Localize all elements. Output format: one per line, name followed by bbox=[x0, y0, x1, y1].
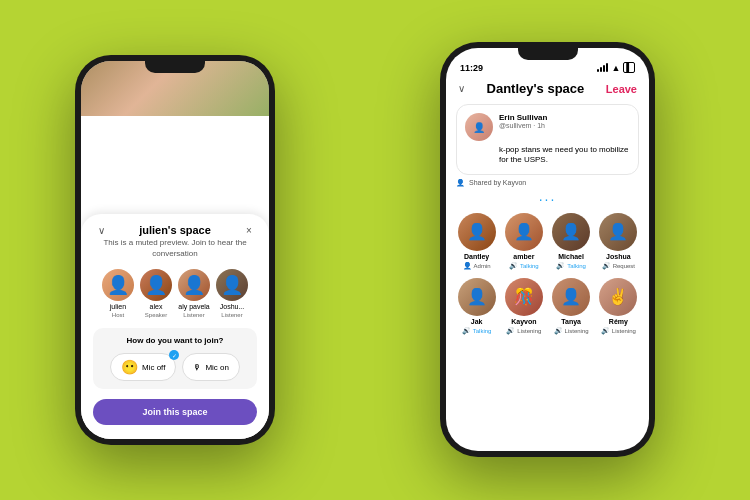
right-phone: 11:29 ▲ ▌ ∨ Dantley's space Leave 👤 bbox=[440, 42, 655, 457]
participant-dantley: 👤 Dantley 👤 Admin bbox=[456, 213, 497, 270]
amber-status-icon: 🔊 bbox=[509, 262, 518, 270]
speaker-name-aly: aly pavela bbox=[178, 303, 210, 310]
join-space-button[interactable]: Join this space bbox=[93, 399, 257, 425]
dantley-status: 👤 Admin bbox=[463, 262, 491, 270]
bar1 bbox=[597, 69, 599, 72]
speaker-role-julien: Host bbox=[112, 312, 124, 318]
tweet-top: 👤 Erin Sullivan @sullivem · 1h bbox=[465, 113, 630, 141]
kayvon-status: 🔊 Listening bbox=[506, 327, 541, 335]
bar3 bbox=[603, 65, 605, 72]
left-phone-screen: ∨ julien's space × This is a muted previ… bbox=[81, 61, 269, 439]
speaker-julien: 👤 julien Host bbox=[102, 269, 134, 318]
joshua-avatar: 👤 bbox=[599, 213, 637, 251]
shared-by: 👤 Shared by Kayvon bbox=[456, 179, 639, 187]
michael-status-text: Talking bbox=[567, 263, 586, 269]
amber-name: amber bbox=[513, 253, 534, 260]
tweet-avatar: 👤 bbox=[465, 113, 493, 141]
kayvon-name: Kayvon bbox=[511, 318, 536, 325]
speaker-joshu: 👤 Joshu... Listener bbox=[216, 269, 248, 318]
kayvon-status-icon: 🔊 bbox=[506, 327, 515, 335]
bar4 bbox=[606, 63, 608, 72]
remy-status-icon: 🔊 bbox=[601, 327, 610, 335]
join-question: How do you want to join? bbox=[103, 336, 247, 345]
speaker-role-aly: Listener bbox=[183, 312, 204, 318]
avatar-aly: 👤 bbox=[178, 269, 210, 301]
wifi-icon: ▲ bbox=[611, 63, 620, 73]
left-modal: ∨ julien's space × This is a muted previ… bbox=[81, 214, 269, 439]
participant-remy: ✌️ Rémy 🔊 Listening bbox=[598, 278, 639, 335]
amber-status: 🔊 Talking bbox=[509, 262, 539, 270]
kayvon-status-text: Listening bbox=[517, 328, 541, 334]
avatar-alex: 👤 bbox=[140, 269, 172, 301]
status-time: 11:29 bbox=[460, 63, 483, 73]
tweet-card: 👤 Erin Sullivan @sullivem · 1h k-pop sta… bbox=[456, 104, 639, 175]
leave-button[interactable]: Leave bbox=[606, 83, 637, 95]
amber-avatar: 👤 bbox=[505, 213, 543, 251]
michael-status: 🔊 Talking bbox=[556, 262, 586, 270]
header-chevron-icon[interactable]: ∨ bbox=[458, 83, 465, 94]
mic-options: 😶 Mic off ✓ 🎙 Mic on bbox=[103, 353, 247, 381]
tweet-handle: @sullivem · 1h bbox=[499, 122, 547, 129]
mic-icon: 🎙 bbox=[193, 363, 201, 372]
dantley-status-text: Admin bbox=[474, 263, 491, 269]
participant-jak: 👤 Jak 🔊 Talking bbox=[456, 278, 497, 335]
tweet-text: k-pop stans we need you to mobilize for … bbox=[499, 145, 630, 166]
left-notch bbox=[145, 61, 205, 73]
participants-grid-row2: 👤 Jak 🔊 Talking 🎊 Kayvon 🔊 Listening 👤 T… bbox=[446, 274, 649, 339]
tanya-status-text: Listening bbox=[565, 328, 589, 334]
space-title: Dantley's space bbox=[487, 81, 585, 96]
right-notch bbox=[518, 48, 578, 60]
jak-avatar: 👤 bbox=[458, 278, 496, 316]
speaker-role-alex: Speaker bbox=[145, 312, 167, 318]
joshua-status: 🔊 Request bbox=[602, 262, 635, 270]
remy-avatar: ✌️ bbox=[599, 278, 637, 316]
mic-off-emoji: 😶 bbox=[121, 359, 138, 375]
joshua-name: Joshua bbox=[606, 253, 631, 260]
avatar-julien: 👤 bbox=[102, 269, 134, 301]
speaker-name-julien: julien bbox=[110, 303, 126, 310]
mic-off-label: Mic off bbox=[142, 363, 165, 372]
jak-status-icon: 🔊 bbox=[462, 327, 471, 335]
remy-status-text: Listening bbox=[612, 328, 636, 334]
mic-on-option[interactable]: 🎙 Mic on bbox=[182, 353, 240, 381]
avatar-joshu: 👤 bbox=[216, 269, 248, 301]
tanya-status-icon: 🔊 bbox=[554, 327, 563, 335]
modal-close-icon[interactable]: × bbox=[241, 225, 257, 236]
speaker-role-joshu: Listener bbox=[221, 312, 242, 318]
joshua-status-icon: 🔊 bbox=[602, 262, 611, 270]
shared-text: Shared by Kayvon bbox=[469, 179, 526, 186]
bar2 bbox=[600, 67, 602, 72]
dantley-status-icon: 👤 bbox=[463, 262, 472, 270]
modal-title: julien's space bbox=[109, 224, 241, 236]
right-phone-screen: 11:29 ▲ ▌ ∨ Dantley's space Leave 👤 bbox=[446, 48, 649, 451]
tweet-author: Erin Sullivan bbox=[499, 113, 547, 122]
jak-status: 🔊 Talking bbox=[462, 327, 492, 335]
speaker-aly: 👤 aly pavela Listener bbox=[178, 269, 210, 318]
signal-icon bbox=[597, 63, 608, 72]
michael-name: Michael bbox=[558, 253, 584, 260]
mic-off-option[interactable]: 😶 Mic off ✓ bbox=[110, 353, 176, 381]
tanya-status: 🔊 Listening bbox=[554, 327, 589, 335]
modal-chevron-icon[interactable]: ∨ bbox=[93, 225, 109, 236]
join-options: How do you want to join? 😶 Mic off ✓ 🎙 M… bbox=[93, 328, 257, 389]
jak-status-text: Talking bbox=[473, 328, 492, 334]
speaker-alex: 👤 alex Speaker bbox=[140, 269, 172, 318]
mic-off-check: ✓ bbox=[169, 350, 179, 360]
modal-subtitle: This is a muted preview. Join to hear th… bbox=[93, 238, 257, 259]
joshua-status-text: Request bbox=[613, 263, 635, 269]
jak-name: Jak bbox=[471, 318, 483, 325]
more-dots: ··· bbox=[446, 191, 649, 207]
tweet-meta: Erin Sullivan @sullivem · 1h bbox=[499, 113, 547, 129]
michael-avatar: 👤 bbox=[552, 213, 590, 251]
participant-michael: 👤 Michael 🔊 Talking bbox=[551, 213, 592, 270]
michael-status-icon: 🔊 bbox=[556, 262, 565, 270]
modal-header: ∨ julien's space × bbox=[93, 224, 257, 236]
dantley-name: Dantley bbox=[464, 253, 489, 260]
speakers-row: 👤 julien Host 👤 alex Speaker 👤 a bbox=[93, 269, 257, 318]
participants-grid-row1: 👤 Dantley 👤 Admin 👤 amber 🔊 Talking 👤 Mi… bbox=[446, 209, 649, 274]
speaker-name-joshu: Joshu... bbox=[220, 303, 245, 310]
tanya-name: Tanya bbox=[561, 318, 581, 325]
status-icons: ▲ ▌ bbox=[597, 62, 635, 73]
kayvon-avatar: 🎊 bbox=[505, 278, 543, 316]
shared-icon: 👤 bbox=[456, 179, 465, 187]
